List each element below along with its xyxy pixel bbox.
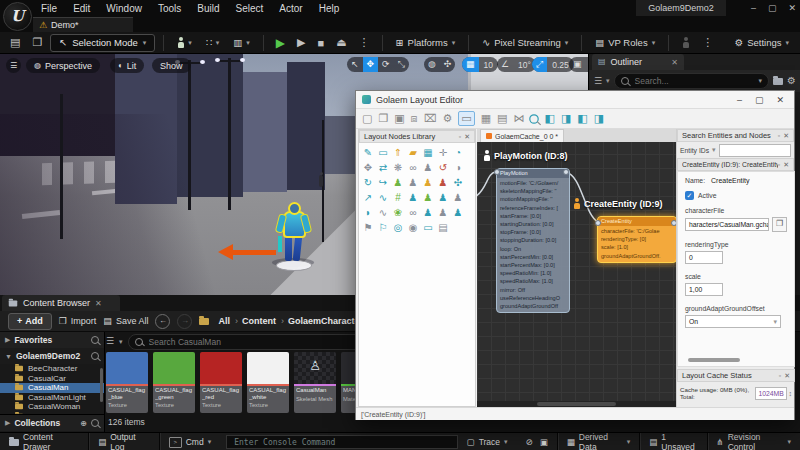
menu-item[interactable]: Tools bbox=[151, 3, 188, 14]
library-node-icon[interactable]: ◎ bbox=[391, 221, 405, 235]
pin-icon[interactable]: ▫ bbox=[779, 372, 781, 379]
tree-folder-item[interactable]: CasualCar bbox=[0, 374, 104, 384]
delete-icon[interactable]: ⌧ bbox=[424, 112, 437, 125]
pin-icon[interactable]: ▫ bbox=[778, 132, 780, 139]
library-node-icon[interactable]: ◗ bbox=[361, 206, 375, 220]
library-node-icon[interactable]: ▤ bbox=[436, 221, 450, 235]
grid-snap-value[interactable]: 10 bbox=[479, 60, 498, 70]
cmd-button[interactable]: > Cmd ▾ bbox=[160, 433, 220, 450]
library-node-icon[interactable]: ♟ bbox=[421, 176, 435, 190]
vp-roles-button[interactable]: ▤ VP Roles▾ bbox=[590, 37, 660, 48]
unreal-logo[interactable]: U bbox=[3, 2, 32, 31]
pin-icon[interactable]: ▫ bbox=[778, 161, 780, 168]
merge-icon[interactable]: ⋈ bbox=[513, 112, 524, 125]
add-collection-icon[interactable]: ⊕ bbox=[80, 419, 87, 428]
snapshot-icon[interactable]: ▣ bbox=[540, 438, 548, 447]
library-node-icon[interactable]: ❀ bbox=[391, 206, 405, 220]
eject-button[interactable]: ⏏ bbox=[332, 36, 350, 49]
add-button[interactable]: + Add bbox=[8, 313, 52, 330]
grid-snap-icon[interactable]: ▦ bbox=[462, 57, 479, 72]
library-node-icon[interactable]: ◑ bbox=[451, 161, 465, 175]
library-node-icon[interactable]: ▭ bbox=[376, 146, 390, 160]
rotation-snap-icon[interactable]: ∠ bbox=[497, 57, 513, 72]
cinematics-button[interactable]: ▥▾ bbox=[228, 38, 255, 48]
move-tool[interactable]: ✥ bbox=[363, 57, 379, 72]
grid-view-icon[interactable]: ▦ bbox=[481, 112, 491, 125]
library-node-icon[interactable]: ↗ bbox=[361, 191, 375, 205]
new-file-icon[interactable]: ▢ bbox=[362, 112, 372, 125]
output-log-button[interactable]: ▤ Output Log bbox=[89, 433, 160, 450]
filter-icon[interactable]: ☰ bbox=[594, 77, 602, 86]
collections-header[interactable]: ▶ Collections ⊕ bbox=[0, 414, 104, 431]
scale-tool[interactable]: ⤡ bbox=[394, 57, 409, 72]
chevron-down-icon[interactable]: ▾ bbox=[712, 146, 716, 154]
rotate-tool[interactable]: ⟳ bbox=[378, 57, 394, 72]
viewport-menu-button[interactable]: ☰ bbox=[6, 58, 21, 73]
library-node-icon[interactable]: # bbox=[391, 191, 405, 205]
tree-folder-item[interactable]: CasualManLight bbox=[0, 393, 104, 403]
close-icon[interactable]: ✕ bbox=[776, 95, 784, 105]
createentity-node[interactable]: CreateEntity characterFile: 'C:/Golaeren… bbox=[597, 216, 676, 263]
library-node-icon[interactable]: ♟ bbox=[451, 191, 465, 205]
asset-tile[interactable]: CASUAL_flag_green Texture bbox=[153, 352, 195, 413]
library-node-icon[interactable]: ◉ bbox=[406, 221, 420, 235]
quick-add-button[interactable]: ▾ bbox=[172, 37, 197, 48]
breadcrumb-item[interactable]: Content bbox=[240, 316, 286, 326]
save-all-button[interactable]: ▤ Save All bbox=[103, 316, 148, 326]
tree-root-header[interactable]: ▼ Golaem9Demo2 bbox=[0, 348, 104, 364]
library-node-icon[interactable]: ∿ bbox=[376, 191, 390, 205]
library-node-icon[interactable]: ▭ bbox=[421, 221, 435, 235]
search-icon[interactable] bbox=[91, 336, 99, 344]
library-node-icon[interactable]: ❋ bbox=[391, 161, 405, 175]
rendering-type-input[interactable]: 0 bbox=[685, 251, 723, 264]
show-button[interactable]: Show bbox=[152, 58, 191, 73]
library-node-icon[interactable]: ♟ bbox=[421, 161, 435, 175]
save-as-icon[interactable]: ⧈ bbox=[411, 112, 418, 125]
maximize-icon[interactable]: ▢ bbox=[755, 95, 764, 105]
chevron-down-icon[interactable]: ▾ bbox=[606, 77, 610, 85]
library-panel-header[interactable]: Layout Nodes Library ▫ ✕ bbox=[359, 130, 475, 143]
revision-control-button[interactable]: ⋔ Revision Control ▾ bbox=[708, 433, 800, 450]
misc-tool-button[interactable] bbox=[677, 37, 694, 48]
close-icon[interactable]: ✕ bbox=[464, 133, 470, 141]
active-checkbox[interactable]: ✓ bbox=[685, 191, 694, 200]
gizmo-arrow-head[interactable] bbox=[218, 244, 233, 260]
outliner-search-input[interactable] bbox=[633, 75, 755, 87]
asset-tile[interactable]: CASUAL_flag_blue Texture bbox=[106, 352, 148, 413]
select-tool[interactable]: ↖ bbox=[347, 57, 363, 72]
pixel-streaming-button[interactable]: ∿ Pixel Streaming▾ bbox=[477, 37, 573, 48]
search-entities-header[interactable]: Search Entities and Nodes ▫ ✕ bbox=[677, 129, 794, 142]
add-folder-icon[interactable] bbox=[773, 78, 783, 85]
outliner-search[interactable]: ▾ bbox=[614, 73, 769, 89]
library-node-icon[interactable]: ♟ bbox=[421, 206, 435, 220]
toolbar-kebab-icon[interactable]: ⋮ bbox=[698, 36, 717, 49]
menu-item[interactable]: Edit bbox=[66, 3, 97, 14]
close-icon[interactable]: ✕ bbox=[784, 372, 790, 380]
library-node-icon[interactable]: ↪ bbox=[376, 176, 390, 190]
library-node-icon[interactable]: ♟ bbox=[436, 176, 450, 190]
favorites-header[interactable]: ▶ Favorites bbox=[0, 332, 104, 348]
asset-tile[interactable]: ♙ CasualMan Skeletal Mesh bbox=[294, 352, 336, 413]
node-pin[interactable] bbox=[595, 220, 601, 226]
library-node-icon[interactable]: ⇑ bbox=[391, 146, 405, 160]
selected-character[interactable] bbox=[268, 202, 318, 272]
gear-icon[interactable]: ⚙ bbox=[787, 76, 796, 86]
golaem-title-bar[interactable]: Golaem Layout Editor – ▢ ✕ bbox=[356, 91, 794, 109]
chevron-down-icon[interactable]: ▾ bbox=[119, 338, 123, 346]
chevron-down-icon[interactable]: ▾ bbox=[759, 77, 763, 85]
world-local-toggle[interactable]: ◍ bbox=[424, 57, 440, 72]
tree-folder-item[interactable]: CasualWoman bbox=[0, 402, 104, 412]
save-icon[interactable]: ▤ bbox=[6, 36, 24, 49]
node-pin[interactable] bbox=[563, 169, 569, 175]
tree-folder-item[interactable]: BeeCharacter bbox=[0, 364, 104, 374]
table-view-icon[interactable]: ▤ bbox=[497, 112, 507, 125]
content-browser-tab[interactable]: Content Browser ✕ bbox=[2, 295, 120, 311]
blueprints-button[interactable]: ∷▾ bbox=[201, 38, 225, 48]
import-button[interactable]: ❐ Import bbox=[59, 316, 97, 326]
tree-scrollbar[interactable] bbox=[100, 368, 103, 402]
graph-tab[interactable]: GolaemCache_0 0 * bbox=[480, 129, 564, 142]
spinner-icon[interactable]: ↕ bbox=[789, 390, 793, 397]
library-node-icon[interactable]: ♟ bbox=[451, 206, 465, 220]
import-icon[interactable]: ❐ bbox=[28, 36, 46, 49]
search-icon[interactable] bbox=[530, 114, 540, 124]
